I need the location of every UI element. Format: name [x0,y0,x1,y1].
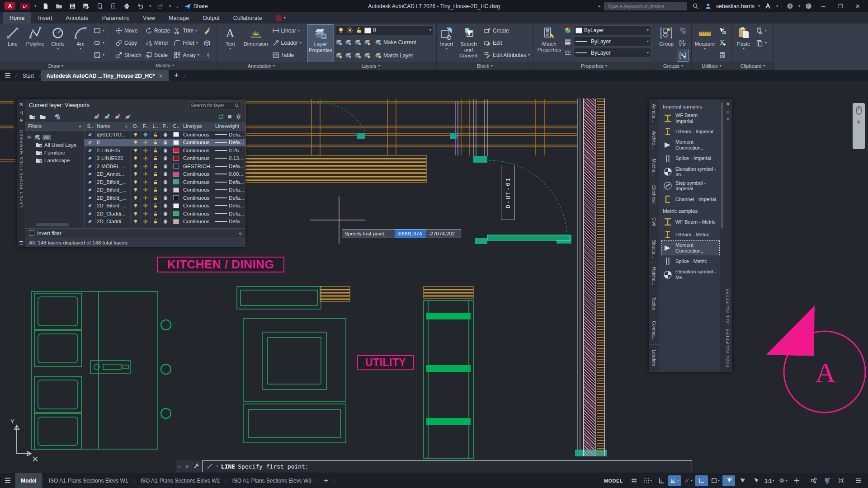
delete-layer-icon[interactable] [114,113,121,120]
status-isometric-drafting[interactable]: ▾ [682,475,694,486]
filter-tree-item[interactable]: All Used Laye [35,141,82,149]
modify-copy-button[interactable]: Copy [114,37,143,49]
modify-stretch-button[interactable]: Stretch [114,49,143,61]
modify-explode-button[interactable] [202,37,212,49]
tool-item[interactable]: Channel - Imperial [662,193,719,206]
tool-item[interactable]: Moment Connection... [662,241,719,255]
qat-customize-icon[interactable]: ⌄ [175,4,179,9]
panel-label-draw[interactable]: Draw▾ [0,62,112,70]
palette-properties-icon[interactable]: ✳ [19,118,23,123]
modify-rotate-button[interactable]: Rotate [144,24,171,37]
keyword-search-input[interactable]: Type a keyword or phrase [604,2,687,10]
feedback-icon[interactable] [804,2,813,11]
properties-combo-0[interactable]: ByLayer▾ [573,25,651,35]
status-isolate-objects[interactable] [807,475,820,486]
layer-row[interactable]: 0 Continuous Defa... [85,139,245,147]
status-snap-mode[interactable]: ▾ [641,475,654,486]
layout-tab[interactable]: ISO A1-Plans Sections Elevs W1 [43,473,133,488]
layout-tab[interactable]: ISO A1-Plans Sections Elevs W2 [135,473,225,488]
command-grip-handle[interactable]: ⁞⁞ [178,464,181,469]
modify-offset-button[interactable] [202,49,212,61]
quick-calc-button[interactable] [717,49,728,61]
restore-button[interactable]: ❐ [834,0,847,12]
layer-tool-icon-3[interactable] [363,39,371,46]
file-tab-menu-icon[interactable]: ☰ [0,70,15,81]
modify-trim-button[interactable]: Trim▾ [172,24,201,37]
status-annotation-scale[interactable]: 1:1▾ [763,475,776,486]
command-line[interactable]: ⁞⁞ ✕ ▾ LINE Specify first point: [176,460,692,472]
annotation-leader-button[interactable]: Leader▾ [271,37,303,49]
layer-properties-button[interactable]: Layer Properties [307,24,334,63]
measure-button[interactable]: Measure▾ [693,24,716,62]
collapse-bottom-icon[interactable]: « [239,230,242,236]
share-button[interactable]: Share [184,3,208,10]
dynamic-input-y-field[interactable]: -27074.202 [426,229,461,238]
open-file-icon[interactable] [54,2,63,11]
save-to-mobile-icon[interactable] [95,2,104,11]
layer-row[interactable]: 2D_Bifold_... Continuous Defa... [85,194,245,202]
status-clean-screen[interactable] [835,475,847,486]
palette-tab-comma[interactable]: Comma... [649,317,659,344]
ribbon-display-toggle[interactable]: ▾ [269,12,292,23]
layer-row[interactable]: 2-MÖBEL-... GESTRICH... Defa... [85,162,245,170]
quick-select-button[interactable] [717,24,728,37]
block-create-button[interactable]: Create [482,24,531,37]
filter-tree-root[interactable]: ⊟ All [27,133,82,141]
autodesk-caret-icon[interactable]: ▾ [776,5,778,8]
panel-label-block[interactable]: Block▾ [437,62,533,70]
panel-label-groups[interactable]: Groups▾ [655,62,691,70]
tool-item[interactable]: WF Beam - Metric [662,216,719,228]
palette-tab-structu[interactable]: Structu... [649,235,659,263]
undo-icon[interactable] [136,2,145,11]
command-input[interactable]: ▾ LINE Specify first point: [202,460,692,472]
layer-tool2-icon-1[interactable] [344,52,352,59]
palette-close-icon[interactable]: ✕ [19,101,24,108]
layer-row[interactable]: 2D_Claddi... Continuous Defa... [85,210,245,218]
layer-tool-icon-0[interactable] [335,39,342,46]
modify-erase-button[interactable] [202,24,212,37]
ribbon-tab-output[interactable]: Output [196,12,226,23]
status-workspace-settings[interactable]: ▾ [777,475,789,486]
properties-combo-1[interactable]: ByLayer▾ [573,37,651,47]
annotation-linear-button[interactable]: Linear▾ [271,24,303,37]
panel-label-annotation[interactable]: Annotation▾ [218,62,305,70]
ribbon-tab-view[interactable]: View [136,12,162,23]
panel-label-clipboard[interactable]: Clipboard▾ [732,62,774,70]
status-osnap-2d[interactable]: ▾ [709,475,722,486]
minimize-button[interactable]: ─ [816,0,830,12]
new-file-icon[interactable] [41,2,50,11]
draw-line-button[interactable]: Line [2,24,24,62]
colorwheel-icon[interactable] [564,27,571,34]
group-edit-button[interactable] [677,37,689,49]
palette-tab-electrical[interactable]: Electrical [649,181,659,208]
open-from-mobile-icon[interactable] [108,2,118,11]
filter-tree-item[interactable]: Landscape [35,156,82,164]
status-quick-properties[interactable] [736,475,749,486]
user-name[interactable]: sebastian.harris [716,3,755,9]
draw-ellipse-button[interactable]: ▾ [92,37,106,49]
tool-palette-close-icon[interactable]: ✕ [726,101,730,107]
palette-tab-annota[interactable]: Annota... [649,99,659,127]
palette-tab-archite[interactable]: Archite... [649,127,659,154]
search-convert-button[interactable]: Search and Convert [456,24,481,62]
lineweight-icon[interactable] [564,38,571,45]
layer-list-header[interactable]: S..Name ▲ O.F..L..P.. C..LinetypeLinewei… [85,122,245,131]
new-layout-button[interactable]: + [318,473,334,488]
make-current-button[interactable]: Make Current [373,36,418,48]
tool-item[interactable]: I Beam - Metric [662,228,719,241]
close-button[interactable]: ✕ [851,0,864,12]
paste-button[interactable]: Paste▾ [734,24,754,62]
tool-item[interactable]: I Beam - Imperial [662,125,719,138]
draw-circle-button[interactable]: Circle▾ [47,24,69,62]
palette-tab-leaders[interactable]: Leaders [649,345,659,372]
tool-item[interactable]: Elevation symbol - Me... [662,267,719,282]
modify-array-button[interactable]: Array▾ [172,49,201,61]
insert-block-button[interactable]: Insert▾ [439,24,455,62]
status-polar-tracking[interactable]: ▾ [668,475,681,486]
new-property-filter-icon[interactable] [29,113,36,120]
save-as-icon[interactable] [81,2,90,11]
modify-mirror-button[interactable]: Mirror [144,37,171,49]
invert-filter-checkbox[interactable] [29,230,34,236]
tree-scrollbar[interactable] [36,223,69,226]
app-menu-caret-icon[interactable]: ▾ [34,5,36,8]
